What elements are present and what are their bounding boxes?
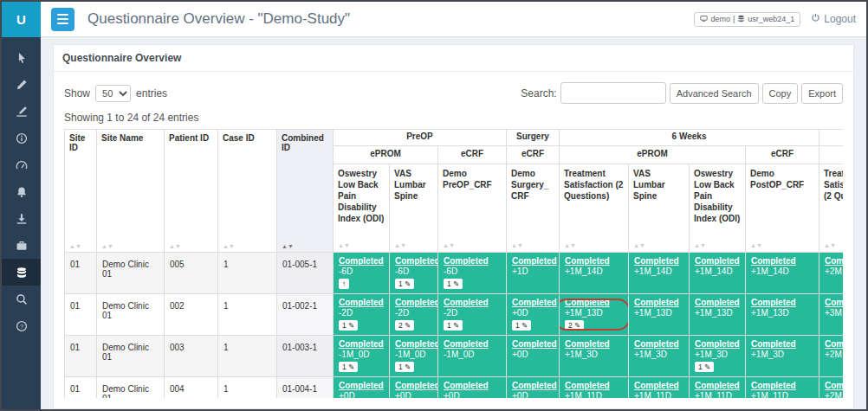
completed-link[interactable]: Completed [825, 298, 843, 307]
completed-link[interactable]: Completed [634, 298, 679, 307]
column-header-demo-preop-crf[interactable]: Demo PreOP_CRF▲▼ [438, 164, 507, 253]
sidebar-item-pencil[interactable] [2, 71, 41, 98]
completed-link[interactable]: Completed [825, 381, 843, 390]
sidebar-item-download[interactable] [2, 205, 41, 232]
completed-link[interactable]: Completed [695, 256, 740, 266]
column-header-treatment-satisfaction-2-questions[interactable]: Treatment Satisfaction (2 Questions)▲▼ [560, 164, 629, 253]
completed-link[interactable]: Completed [695, 298, 740, 307]
completed-link[interactable]: Completed [825, 339, 843, 349]
edit-badge[interactable]: 1 ✎ [339, 362, 358, 372]
column-label: Demo Surgery_CRF [511, 169, 548, 201]
completed-link[interactable]: Completed [634, 339, 679, 349]
period-label: +1M_13D [565, 308, 623, 318]
completed-link[interactable]: Completed [751, 298, 796, 307]
sort-icon: ▲▼ [633, 241, 645, 249]
user-session-badge[interactable]: demo | usr_web24_1 [694, 12, 800, 27]
edit-badge[interactable]: 1 ✎ [695, 362, 714, 372]
sidebar-item-pen[interactable] [2, 98, 41, 125]
completed-link[interactable]: Completed [395, 339, 438, 349]
export-button[interactable]: Export [801, 83, 843, 104]
completed-link[interactable]: Completed [695, 339, 740, 349]
topbar-right: demo | usr_web24_1 Logout [694, 12, 856, 27]
power-icon [811, 13, 820, 25]
completed-link[interactable]: Completed [339, 298, 384, 307]
logout-link[interactable]: Logout [811, 13, 856, 25]
upload-badge[interactable]: ↑ [339, 279, 349, 289]
menu-toggle-button[interactable] [51, 8, 74, 31]
case-id-cell: 1 [218, 294, 277, 336]
table-row: 01Demo Clinic 01004101-004-1Completed+0D… [65, 377, 844, 399]
column-header-site-name[interactable]: Site Name▲▼ [97, 130, 165, 253]
completed-link[interactable]: Completed [395, 381, 438, 390]
sidebar-item-info[interactable] [2, 125, 41, 151]
search-icon [16, 293, 28, 305]
completed-link[interactable]: Completed [565, 381, 610, 390]
completed-link[interactable]: Completed [512, 381, 557, 390]
completed-link[interactable]: Completed [444, 256, 489, 266]
completed-link[interactable]: Completed [751, 381, 796, 390]
completed-link[interactable]: Completed [512, 256, 557, 266]
completed-link[interactable]: Completed [395, 298, 438, 307]
copy-button[interactable]: Copy [762, 83, 799, 104]
column-header-combined-id[interactable]: Combined ID▲▼ [277, 130, 334, 253]
edit-badge[interactable]: 2 ✎ [565, 320, 584, 331]
completed-link[interactable]: Completed [512, 298, 557, 307]
sidebar-item-hand-pointer[interactable] [2, 44, 41, 71]
completed-link[interactable]: Completed [339, 381, 384, 390]
completed-link[interactable]: Completed [512, 339, 557, 349]
completed-link[interactable]: Completed [565, 256, 610, 266]
column-header-patient-id[interactable]: Patient ID▲▼ [165, 130, 218, 253]
info-icon [16, 132, 28, 144]
sidebar-item-search[interactable] [2, 286, 41, 312]
column-header-treatment-satisfaction-2-questions[interactable]: Treatment Satisfaction (2 Questions)▲▼ [819, 164, 843, 253]
column-header-demo-postop-crf[interactable]: Demo PostOP_CRF▲▼ [746, 164, 819, 253]
completed-link[interactable]: Completed [565, 339, 610, 349]
edit-badge[interactable]: 1 ✎ [444, 279, 463, 289]
help-icon: ? [16, 320, 28, 332]
edit-badge[interactable]: 1 ✎ [512, 320, 531, 331]
sidebar-item-bell[interactable] [2, 178, 41, 205]
search-input[interactable] [560, 82, 666, 104]
column-header-site-id[interactable]: Site ID▲▼ [65, 130, 97, 253]
edit-badge[interactable]: 1 ✎ [395, 362, 414, 372]
column-header-oswestry-low-back-pain-disability-index-odi[interactable]: Oswestry Low Back Pain Disability Index … [334, 164, 390, 253]
app-logo[interactable]: U [2, 2, 41, 37]
completed-link[interactable]: Completed [444, 339, 489, 349]
period-label: -2D [339, 308, 384, 318]
completed-link[interactable]: Completed [825, 256, 843, 266]
period-label: +2M [825, 267, 843, 276]
column-header-vas-lumbar-spine[interactable]: VAS Lumbar Spine▲▼ [390, 164, 438, 253]
column-header-vas-lumbar-spine[interactable]: VAS Lumbar Spine▲▼ [629, 164, 690, 253]
edit-badge[interactable]: 1 ✎ [444, 320, 463, 331]
completed-link[interactable]: Completed [395, 256, 438, 266]
completed-link[interactable]: Completed [444, 298, 489, 307]
completed-link[interactable]: Completed [444, 381, 489, 390]
column-header-oswestry-low-back-pain-disability-index-odi[interactable]: Oswestry Low Back Pain Disability Index … [690, 164, 746, 253]
entries-select[interactable]: 50 [95, 85, 131, 102]
advanced-search-button[interactable]: Advanced Search [670, 83, 759, 104]
table-row: 01Demo Clinic 01002101-002-1Completed-2D… [65, 294, 844, 336]
table-row: 01Demo Clinic 01003101-003-1Completed-1M… [65, 336, 844, 377]
database-icon [16, 267, 28, 279]
completed-link[interactable]: Completed [751, 256, 796, 266]
questionnaire-status-cell: Completed-6D↑ [334, 253, 390, 294]
completed-link[interactable]: Completed [634, 381, 679, 390]
questionnaire-status-cell: Completed+0D [507, 336, 560, 377]
edit-badge[interactable]: 1 ✎ [339, 320, 358, 331]
completed-link[interactable]: Completed [339, 256, 384, 266]
edit-badge[interactable]: 1 ✎ [395, 279, 414, 289]
sidebar-item-help[interactable]: ? [2, 312, 41, 339]
edit-badge[interactable]: 2 ✎ [395, 320, 414, 331]
column-header-demo-surgery-crf[interactable]: Demo Surgery_CRF▲▼ [507, 164, 560, 253]
sidebar-item-briefcase[interactable] [2, 232, 41, 259]
sidebar-item-database[interactable] [2, 259, 41, 286]
hand-pointer-icon [16, 52, 28, 64]
column-header-case-id[interactable]: Case ID▲▼ [218, 130, 277, 253]
sidebar-item-dashboard[interactable] [2, 151, 41, 178]
completed-link[interactable]: Completed [695, 381, 740, 390]
sort-icon: ▲▼ [282, 243, 294, 249]
completed-link[interactable]: Completed [339, 339, 384, 349]
completed-link[interactable]: Completed [751, 339, 796, 349]
completed-link[interactable]: Completed [565, 298, 610, 307]
completed-link[interactable]: Completed [634, 256, 679, 266]
